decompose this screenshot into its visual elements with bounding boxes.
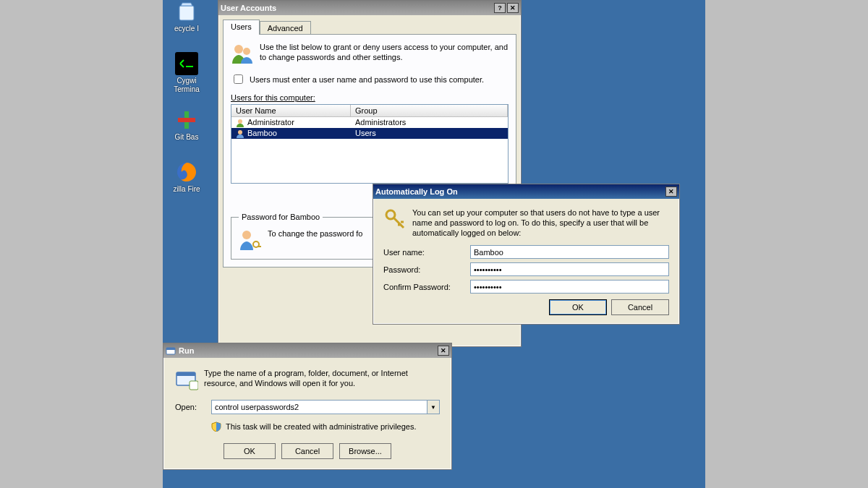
confirm-password-label: Confirm Password:	[383, 283, 470, 291]
keys-icon	[383, 207, 407, 231]
inactive-panel-right	[705, 0, 868, 488]
require-password-input[interactable]	[234, 74, 243, 84]
col-group[interactable]: Group	[351, 105, 508, 116]
list-header: User Name Group	[231, 105, 508, 117]
user-icon	[236, 119, 246, 127]
tab-users[interactable]: Users	[223, 20, 260, 35]
shield-text: This task will be created with administr…	[226, 422, 417, 431]
require-password-checkbox[interactable]: Users must enter a user name and passwor…	[231, 72, 509, 86]
desktop-icon-cygwin[interactable]: Cygwi Termina	[166, 52, 208, 94]
ok-button[interactable]: OK	[224, 443, 276, 459]
dialog-hint: You can set up your computer so that use…	[412, 207, 669, 238]
desktop-icon-gitbash[interactable]: Git Bas	[166, 108, 208, 142]
close-button[interactable]: ✕	[665, 187, 677, 197]
desktop: ecycle I Cygwi Termina Git Bas zilla Fir…	[163, 0, 705, 488]
svg-rect-3	[178, 118, 195, 122]
open-combobox[interactable]: ▼	[211, 400, 440, 414]
users-list[interactable]: User Name Group Administrator Administra…	[231, 104, 509, 184]
tab-advanced[interactable]: Advanced	[260, 21, 311, 35]
desktop-icon-recycle[interactable]: ecycle I	[166, 0, 208, 33]
svg-point-9	[242, 231, 251, 239]
svg-rect-16	[176, 372, 195, 376]
tabstrip: Users Advanced	[218, 15, 521, 35]
user-key-icon	[239, 228, 262, 252]
window-title: Run	[179, 346, 194, 355]
open-label: Open:	[175, 403, 204, 411]
ok-button[interactable]: OK	[549, 299, 607, 315]
dropdown-button[interactable]: ▼	[427, 400, 440, 414]
run-icon	[166, 346, 176, 356]
window-title: User Accounts	[221, 4, 276, 12]
shield-icon	[211, 421, 221, 432]
svg-rect-11	[258, 246, 261, 247]
auto-logon-dialog: Automatically Log On ✕ You can set up yo…	[373, 184, 680, 325]
user-icon	[236, 129, 246, 138]
username-label: User name:	[383, 248, 470, 257]
desktop-icon-label: zilla Fire	[173, 185, 200, 193]
cancel-button[interactable]: Cancel	[611, 299, 669, 315]
password-input[interactable]	[470, 262, 669, 276]
confirm-password-input[interactable]	[470, 280, 669, 294]
run-hint: Type the name of a program, folder, docu…	[204, 368, 440, 391]
inactive-panel-left	[0, 0, 163, 488]
desktop-icon-firefox[interactable]: zilla Fire	[166, 160, 208, 194]
col-username[interactable]: User Name	[231, 105, 351, 116]
list-row-selected[interactable]: Bamboo Users	[231, 128, 508, 139]
users-list-label: Users for this computer:	[231, 93, 509, 102]
username-input[interactable]	[470, 245, 669, 259]
svg-rect-1	[186, 66, 193, 67]
checkbox-label: Users must enter a user name and passwor…	[250, 75, 484, 84]
svg-point-5	[234, 45, 243, 53]
run-program-icon	[175, 368, 198, 391]
svg-rect-0	[179, 6, 194, 20]
help-button[interactable]: ?	[494, 3, 506, 13]
cancel-button[interactable]: Cancel	[281, 443, 333, 459]
users-icon	[231, 42, 254, 65]
svg-rect-14	[166, 348, 175, 350]
desktop-icon-label: ecycle I	[174, 25, 199, 33]
desktop-icon-label: Git Bas	[175, 133, 199, 141]
password-legend: Password for Bamboo	[239, 213, 323, 221]
svg-point-8	[238, 130, 242, 134]
svg-point-6	[243, 48, 250, 55]
run-titlebar[interactable]: Run ✕	[163, 343, 451, 358]
hint-text: Use the list below to grant or deny user…	[260, 42, 509, 65]
desktop-icon-label: Cygwi Termina	[174, 77, 200, 93]
browse-button[interactable]: Browse...	[339, 443, 391, 459]
password-label: Password:	[383, 265, 470, 274]
list-row[interactable]: Administrator Administrators	[231, 117, 508, 128]
dialog-title: Automatically Log On	[375, 187, 458, 196]
open-input[interactable]	[211, 400, 427, 414]
run-dialog: Run ✕ Type the name of a program, folder…	[163, 343, 452, 470]
close-button[interactable]: ✕	[438, 346, 449, 356]
svg-point-7	[238, 119, 242, 124]
close-button[interactable]: ✕	[507, 3, 519, 13]
password-text: To change the password fo	[268, 228, 362, 252]
auto-logon-titlebar[interactable]: Automatically Log On ✕	[373, 184, 679, 199]
user-accounts-titlebar[interactable]: User Accounts ? ✕	[218, 1, 521, 15]
